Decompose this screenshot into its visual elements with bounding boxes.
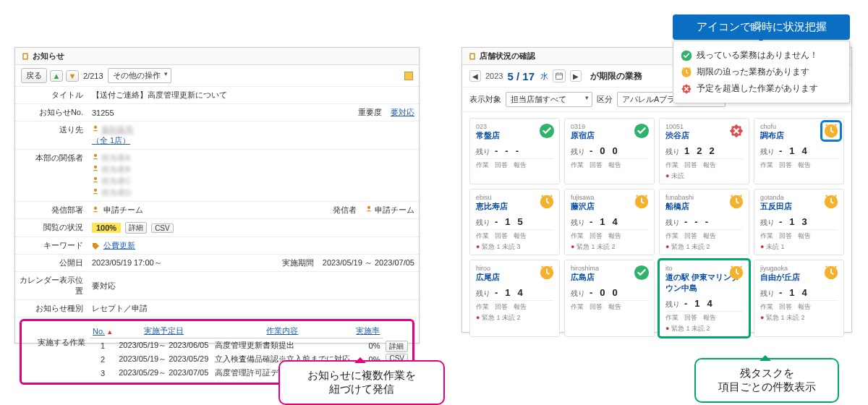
- remain-numbers: -00: [590, 145, 618, 156]
- value-cal: 要対応: [88, 272, 419, 299]
- label-cal: カレンダー表示位置: [15, 272, 88, 299]
- label-keyword: キーワード: [15, 237, 88, 254]
- col-date[interactable]: 実施予定日: [144, 326, 184, 335]
- panel-title: お知らせ: [33, 51, 64, 61]
- callout-tasks-line1: お知らせに複数作業を: [290, 369, 433, 383]
- value-title: 【送付ご連絡】高度管理更新について: [88, 87, 419, 103]
- status-icon: [539, 265, 555, 281]
- other-ops-select[interactable]: その他の操作: [108, 68, 171, 83]
- status-icon: [728, 123, 744, 139]
- filter-target-select[interactable]: 担当店舗すべて: [506, 92, 592, 107]
- read-badge: 100%: [92, 223, 121, 233]
- read-detail-button[interactable]: 詳細: [125, 222, 147, 234]
- store-card[interactable]: hiroshima広島店残り-00作業回答報告: [564, 260, 655, 337]
- link-keyword[interactable]: 公費更新: [103, 240, 135, 251]
- clipboard-icon: [21, 52, 30, 61]
- calendar-button[interactable]: [553, 69, 566, 82]
- tag-icon: [92, 242, 99, 250]
- store-card[interactable]: fujisawa藤沢店残り-14作業回答報告● 緊急 1 未読 2: [564, 189, 655, 255]
- remain-numbers: -14: [684, 298, 712, 309]
- status-icon: [728, 265, 744, 281]
- remain-numbers: -14: [590, 216, 618, 227]
- value-type: レセプト／申請: [88, 300, 419, 317]
- clipboard-icon: [468, 52, 477, 61]
- filter-target-label: 表示対象: [469, 94, 501, 105]
- remain-numbers: -15: [495, 216, 523, 227]
- remain-numbers: ---: [495, 145, 519, 156]
- category-labels: 作業回答報告: [476, 300, 553, 312]
- person-icon: [92, 125, 99, 134]
- store-card[interactable]: 0319原宿店残り-00作業回答報告: [564, 118, 655, 184]
- remain-label: 残り: [476, 218, 490, 228]
- remain-label: 残り: [571, 218, 585, 228]
- store-card[interactable]: ito道の駅 伊東マリンタウン中島残り-14作業回答報告● 緊急 1 未読 2: [659, 260, 749, 337]
- store-card[interactable]: chofu調布店残り-14作業回答報告: [754, 118, 844, 184]
- person-icon: [92, 176, 99, 185]
- col-no[interactable]: No.: [93, 327, 105, 336]
- status-icon: [823, 194, 839, 210]
- category-labels: 作業回答報告: [571, 300, 648, 312]
- remain-numbers: -14: [495, 287, 523, 298]
- remain-numbers: -13: [779, 216, 807, 227]
- filter-class-label: 区分: [597, 94, 613, 105]
- col-rate[interactable]: 実施率: [356, 326, 380, 335]
- tasks-section-label: 実施する作業: [26, 324, 90, 380]
- category-labels: 作業回答報告: [476, 229, 553, 241]
- label-sender: 発信者: [303, 202, 361, 218]
- date-year: 2023: [485, 72, 503, 80]
- remain-label: 残り: [476, 289, 490, 299]
- callout-counts: 残タスクを 項目ごとの件数表示: [694, 358, 839, 403]
- link-importance[interactable]: 要対応: [391, 108, 414, 116]
- read-csv-button[interactable]: CSV: [151, 223, 174, 233]
- callout-tasks-line2: 紐づけて発信: [290, 383, 433, 396]
- panel-title: 店舗状況の確認: [480, 51, 535, 61]
- store-card[interactable]: ebisu恵比寿店残り-15作業回答報告● 緊急 1 未読 3: [469, 189, 560, 255]
- remain-label: 残り: [571, 289, 585, 299]
- error-icon: [681, 83, 692, 95]
- value-dept: 申請チーム: [103, 205, 143, 216]
- remain-label: 残り: [571, 147, 585, 157]
- category-labels: 作業回答報告: [760, 300, 838, 312]
- note-icon[interactable]: [404, 72, 413, 80]
- next-button[interactable]: ▼: [66, 70, 79, 82]
- link-store[interactable]: 薬剤薬局: [101, 125, 133, 134]
- category-labels: 作業回答報告: [571, 229, 648, 241]
- label-type: お知らせ種別: [15, 300, 88, 317]
- status-icon: [634, 123, 650, 139]
- category-labels: 作業回答報告: [760, 158, 838, 170]
- store-card[interactable]: jiyugaoka自由が丘店残り-14作業回答報告● 緊急 1 未読 2: [754, 260, 844, 337]
- status-icon: [823, 123, 839, 139]
- category-labels: 作業回答報告: [665, 158, 743, 170]
- store-card[interactable]: hiroo広尾店残り-14作業回答報告● 緊急 1 未読 2: [469, 260, 560, 337]
- store-card[interactable]: funabashi船橋店残り---作業回答報告● 緊急 1 未読 2: [659, 189, 749, 255]
- store-card-grid: 023常盤店残り---作業回答報告0319原宿店残り-00作業回答報告10051…: [462, 112, 851, 343]
- category-labels: 作業回答報告: [760, 229, 838, 241]
- person-icon: [92, 188, 99, 197]
- store-card[interactable]: 023常盤店残り---作業回答報告: [469, 118, 560, 184]
- hq-person: 担当者C: [101, 176, 131, 185]
- category-labels: 作業回答報告: [571, 158, 648, 170]
- remain-label: 残り: [760, 218, 775, 228]
- label-dept: 発信部署: [15, 202, 88, 218]
- status-icon: [728, 194, 744, 210]
- legend-ok-label: 残っている業務はありません！: [697, 49, 818, 61]
- value-no: 31255: [92, 108, 114, 117]
- store-card[interactable]: gotanda五反田店残り-13作業回答報告● 未読 1: [754, 189, 844, 255]
- col-work[interactable]: 作業内容: [266, 326, 298, 335]
- notice-detail-panel: お知らせ 戻る ▲ ▼ 2/213 その他の操作 タイトル【送付ご連絡】高度管理…: [14, 47, 420, 344]
- label-read: 閲覧の状況: [15, 219, 88, 236]
- label-hq: 本部の関係者: [15, 150, 88, 201]
- value-sender: 申請チーム: [375, 205, 414, 214]
- date-prev-button[interactable]: ◀: [469, 70, 481, 82]
- link-all-stores[interactable]: （全 1店）: [92, 135, 130, 146]
- back-button[interactable]: 戻る: [21, 68, 47, 83]
- label-title: タイトル: [15, 87, 88, 103]
- remain-label: 残り: [665, 147, 680, 157]
- date-next-button[interactable]: ▶: [570, 70, 582, 82]
- prev-button[interactable]: ▲: [50, 70, 63, 82]
- date-monthday: 5 / 17: [507, 70, 535, 82]
- remain-numbers: -14: [779, 145, 807, 156]
- store-card[interactable]: 10051渋谷店残り122作業回答報告● 未読: [659, 118, 749, 184]
- tasks-detail-button[interactable]: 詳細: [386, 341, 408, 352]
- hq-person: 担当者B: [101, 165, 130, 174]
